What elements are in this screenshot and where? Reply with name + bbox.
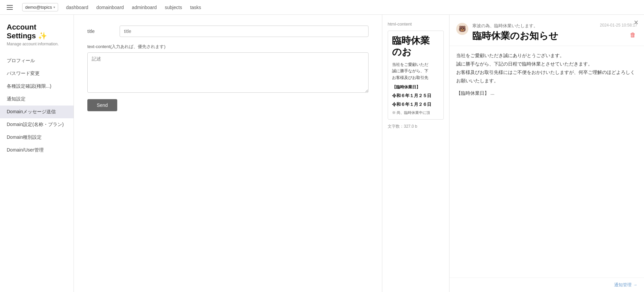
html-preview-section: 【臨時休業日】: [392, 84, 439, 90]
notification-subtitle: 寒波の為、臨時休業いたします。: [472, 23, 596, 29]
notification-footer: 通知管理 →: [449, 278, 644, 292]
html-preview-body2: 誠に勝手ながら、下: [392, 68, 439, 74]
sidebar-item-profile[interactable]: プロフィール: [0, 54, 74, 67]
html-preview-date2: 令和６年１月２６日: [392, 101, 439, 108]
html-preview-title: 臨時休業のお: [392, 35, 439, 57]
account-selector[interactable]: demo@topics ▾: [22, 3, 58, 11]
sidebar-nav: プロフィール パスワード変更 各種設定確認(権限...) 通知設定 Domain…: [0, 54, 74, 157]
sidebar-item-domain-settings[interactable]: Domain設定(名称・プラン): [0, 118, 74, 131]
html-preview-date1: 令和６年１月２５日: [392, 93, 439, 99]
app-layout: Account Settings ✨ Manage account inform…: [0, 15, 644, 292]
nav-dashboard[interactable]: dashboard: [66, 3, 88, 11]
top-nav: demo@topics ▾ dashboard domainboard admi…: [0, 0, 644, 15]
title-row: title: [87, 26, 369, 37]
chevron-down-icon: ▾: [53, 5, 55, 9]
title-label: title: [87, 29, 114, 34]
char-count: 文字数：327.0 b: [388, 124, 444, 129]
notification-timestamp: 2024-01-25 10:58:17: [600, 23, 637, 28]
text-content-textarea[interactable]: [87, 52, 369, 93]
nav-subjects[interactable]: subjects: [165, 3, 182, 11]
notification-panel-header: ✕: [449, 15, 644, 17]
html-preview-body3: お客様及びお取引先: [392, 75, 439, 81]
send-button[interactable]: Send: [87, 99, 117, 111]
notification-body: 当社をご愛顧いただき誠にありがとうございます。 誠に勝手ながら、下記の日程で臨時…: [449, 46, 644, 278]
account-name: demo@topics: [25, 5, 52, 10]
sidebar-item-domain-type[interactable]: Domain種別設定: [0, 131, 74, 144]
notification-body-line2: 誠に勝手ながら、下記の日程で臨時休業とさせていただきます。: [456, 60, 637, 68]
avatar: 🐻: [456, 23, 468, 35]
text-content-section: text-content(入力あれば、優先されます): [87, 44, 369, 94]
sidebar: Account Settings ✨ Manage account inform…: [0, 15, 74, 292]
sidebar-item-settings-confirm[interactable]: 各種設定確認(権限...): [0, 80, 74, 93]
nav-links: dashboard domainboard adminboard subject…: [66, 3, 639, 11]
main-content: title text-content(入力あれば、優先されます) Send: [74, 15, 382, 292]
html-preview-box: 臨時休業のお 当社をご愛顧いただ 誠に勝手ながら、下 お客様及びお取引先 【臨時…: [388, 31, 444, 120]
notification-body-section: 【臨時休業日】 ...: [456, 89, 637, 97]
html-content-panel: html-content 臨時休業のお 当社をご愛顧いただ 誠に勝手ながら、下 …: [382, 15, 449, 292]
sidebar-item-domain-message[interactable]: Domainメッセージ送信: [0, 106, 74, 118]
notification-close-button[interactable]: ✕: [634, 19, 639, 26]
nav-adminboard[interactable]: adminboard: [132, 3, 157, 11]
notification-title: 臨時休業のお知らせ: [472, 30, 596, 42]
page-subtitle: Manage account information.: [7, 42, 67, 46]
title-input[interactable]: [120, 26, 369, 37]
sidebar-item-password[interactable]: パスワード変更: [0, 67, 74, 80]
page-header: Account Settings ✨ Manage account inform…: [0, 23, 74, 54]
notification-meta: 寒波の為、臨時休業いたします。 臨時休業のお知らせ: [472, 23, 596, 42]
sidebar-item-notifications[interactable]: 通知設定: [0, 93, 74, 106]
page-title: Account Settings ✨: [7, 23, 67, 40]
notification-body-line3: お客様及びお取引先様にはご不便をおかけいたしますが、何卒ご理解のほどよろしくお願…: [456, 68, 637, 85]
notification-header: 🐻 寒波の為、臨時休業いたします。 臨時休業のお知らせ 2024-01-25 1…: [449, 17, 644, 46]
html-preview-note: ※ 尚、臨時休業中に頂: [392, 110, 439, 115]
html-preview-body1: 当社をご愛顧いただ: [392, 61, 439, 68]
notification-delete-button[interactable]: 🗑: [629, 30, 637, 40]
sidebar-item-domain-user[interactable]: Domain/User管理: [0, 144, 74, 157]
nav-tasks[interactable]: tasks: [190, 3, 201, 11]
notification-panel: ✕ 🐻 寒波の為、臨時休業いたします。 臨時休業のお知らせ 2024-01-25…: [449, 15, 644, 292]
notification-management-link[interactable]: 通知管理 →: [614, 282, 637, 287]
notification-body-line1: 当社をご愛顧いただき誠にありがとうございます。: [456, 51, 637, 60]
html-content-label: html-content: [388, 22, 444, 27]
nav-domainboard[interactable]: domainboard: [96, 3, 124, 11]
hamburger-menu[interactable]: [5, 4, 14, 11]
text-content-label: text-content(入力あれば、優先されます): [87, 44, 369, 50]
